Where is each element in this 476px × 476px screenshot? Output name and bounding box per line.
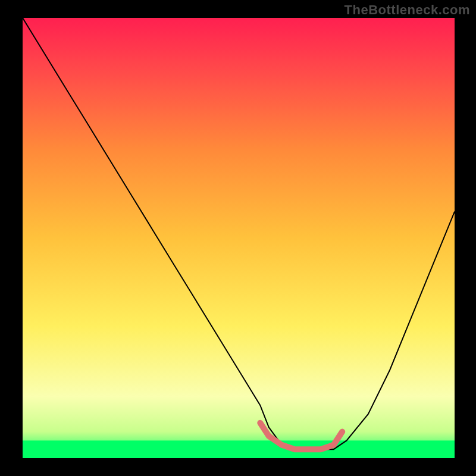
watermark-text: TheBottleneck.com <box>345 2 470 18</box>
optimal-green-band <box>23 440 455 458</box>
chart-frame: TheBottleneck.com <box>0 0 476 476</box>
gradient-background <box>23 18 455 458</box>
bottleneck-chart <box>23 18 455 458</box>
